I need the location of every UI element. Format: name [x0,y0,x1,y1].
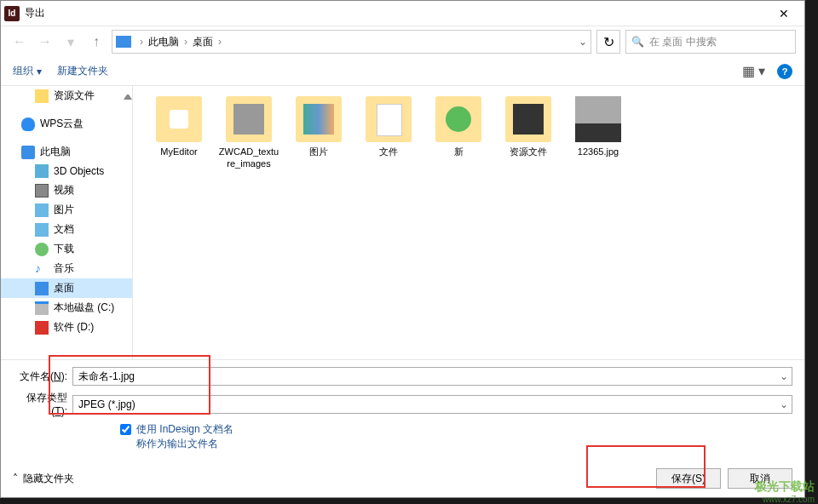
download-icon [35,243,49,256]
checkbox-input[interactable] [120,424,131,435]
filetype-value: JPEG (*.jpg) [78,398,135,410]
tree-item-label: 图片 [54,203,74,217]
app-icon: Id [4,6,20,21]
search-input[interactable]: 🔍 在 桌面 中搜索 [625,30,796,54]
tree-item-documents[interactable]: 文档 [1,220,132,239]
filetype-label: 保存类型(T): [13,391,72,417]
forward-button[interactable]: → [35,32,55,52]
tree-item-label: 本地磁盘 (C:) [54,301,114,315]
scroll-up-icon[interactable] [124,91,132,100]
tree-item-label: 桌面 [54,281,74,295]
tree-item-resources[interactable]: 资源文件 [1,86,132,106]
file-item[interactable]: 12365.jpg [567,96,629,170]
tree-item-local-disk-c[interactable]: 本地磁盘 (C:) [1,298,132,318]
tree-item-software-d[interactable]: 软件 (D:) [1,318,132,337]
pc-icon [21,146,35,159]
address-dropdown-icon[interactable]: ⌄ [579,36,587,48]
file-grid: MyEditor ZWCAD_texture_images 图片 文件 新 资源… [148,96,789,170]
chevron-up-icon: ˄ [13,472,18,484]
desktop-icon [35,282,49,295]
up-button[interactable]: ↑ [86,32,107,52]
file-item[interactable]: 文件 [358,96,419,170]
folder-icon [296,96,342,142]
address-bar[interactable]: › 此电脑 › 桌面 › ⌄ [112,30,591,54]
titlebar: Id 导出 ✕ [1,1,804,26]
file-label: 新 [454,146,464,158]
file-label: MyEditor [160,146,197,158]
dialog-body: 资源文件 WPS云盘 此电脑 3D Objects 视频 图片 文档 下载 ♪音… [1,86,804,359]
tree-item-wps-cloud[interactable]: WPS云盘 [1,114,132,134]
tree-item-label: 音乐 [54,261,74,276]
dialog-title: 导出 [25,6,767,20]
tree-item-label: 3D Objects [54,165,104,177]
filename-input[interactable]: 未命名-1.jpg ⌄ [72,367,792,386]
file-item[interactable]: 新 [428,96,489,170]
chevron-down-icon[interactable]: ⌄ [780,398,788,410]
music-icon: ♪ [35,262,49,276]
cancel-button[interactable]: 取消 [728,468,792,489]
toolbar: 组织▾ 新建文件夹 ▦ ▾ ? [1,57,804,86]
filename-value: 未命名-1.jpg [78,369,135,384]
cloud-icon [21,117,35,131]
breadcrumb-segment[interactable]: 此电脑 [148,35,179,49]
tree-item-pictures[interactable]: 图片 [1,200,132,220]
tree-item-label: 资源文件 [54,89,95,103]
checkbox-label: 使用 InDesign 文档名称作为输出文件名 [136,422,233,451]
folder-icon [435,96,481,142]
tree-item-desktop[interactable]: 桌面 [1,278,132,298]
back-button[interactable]: ← [9,32,30,52]
pc-icon [116,36,131,48]
tree-item-this-pc[interactable]: 此电脑 [1,142,132,162]
file-item[interactable]: 图片 [288,96,349,170]
tree-item-music[interactable]: ♪音乐 [1,259,132,278]
disk-icon [35,321,49,335]
breadcrumb-segment[interactable]: 桌面 [193,35,213,49]
cube-icon [35,164,49,178]
file-label: 图片 [309,146,328,158]
file-item[interactable]: ZWCAD_texture_images [218,96,279,170]
file-label: 12365.jpg [578,146,619,158]
tree-item-label: 下载 [54,242,74,256]
search-icon: 🔍 [631,36,644,48]
chevron-down-icon[interactable]: ⌄ [780,370,788,382]
chevron-right-icon: › [181,36,191,48]
file-item[interactable]: 资源文件 [498,96,559,170]
close-button[interactable]: ✕ [767,1,801,26]
organize-menu[interactable]: 组织▾ [13,64,42,78]
search-placeholder: 在 桌面 中搜索 [649,35,717,49]
help-button[interactable]: ? [777,64,792,79]
use-indesign-docname-checkbox[interactable]: 使用 InDesign 文档名称作为输出文件名 [120,422,792,451]
video-icon [35,184,49,198]
navbar: ← → ▾ ↑ › 此电脑 › 桌面 › ⌄ ↻ 🔍 在 桌面 中搜索 [1,26,804,57]
tree-item-downloads[interactable]: 下载 [1,239,132,259]
folder-icon [35,89,49,103]
folder-icon [366,96,412,142]
tree-item-videos[interactable]: 视频 [1,180,132,200]
folder-icon [156,96,202,142]
new-folder-button[interactable]: 新建文件夹 [57,64,108,78]
tree-item-label: WPS云盘 [40,117,84,131]
chevron-right-icon: › [215,36,225,48]
tree-item-label: 此电脑 [40,145,71,159]
hide-folders-label: 隐藏文件夹 [23,472,74,486]
chevron-down-icon: ▾ [37,66,42,77]
tree-item-label: 文档 [54,222,74,237]
tree-item-3d-objects[interactable]: 3D Objects [1,162,132,180]
file-label: 文件 [379,146,398,158]
refresh-button[interactable]: ↻ [596,30,620,54]
filetype-select[interactable]: JPEG (*.jpg) ⌄ [72,395,792,414]
tree-item-label: 软件 (D:) [54,320,94,335]
hide-folders-toggle[interactable]: ˄ 隐藏文件夹 [13,472,74,486]
file-list[interactable]: MyEditor ZWCAD_texture_images 图片 文件 新 资源… [133,86,804,359]
tree-item-label: 视频 [54,183,74,198]
history-dropdown[interactable]: ▾ [60,32,81,52]
folder-icon [505,96,551,142]
file-item[interactable]: MyEditor [148,96,210,170]
file-label: ZWCAD_texture_images [218,146,279,170]
image-icon [575,96,621,142]
folder-icon [226,96,272,142]
chevron-right-icon: › [136,36,147,48]
save-button[interactable]: 保存(S) [656,468,721,489]
filename-label: 文件名(N): [13,369,72,384]
view-options-button[interactable]: ▦ ▾ [742,63,765,79]
